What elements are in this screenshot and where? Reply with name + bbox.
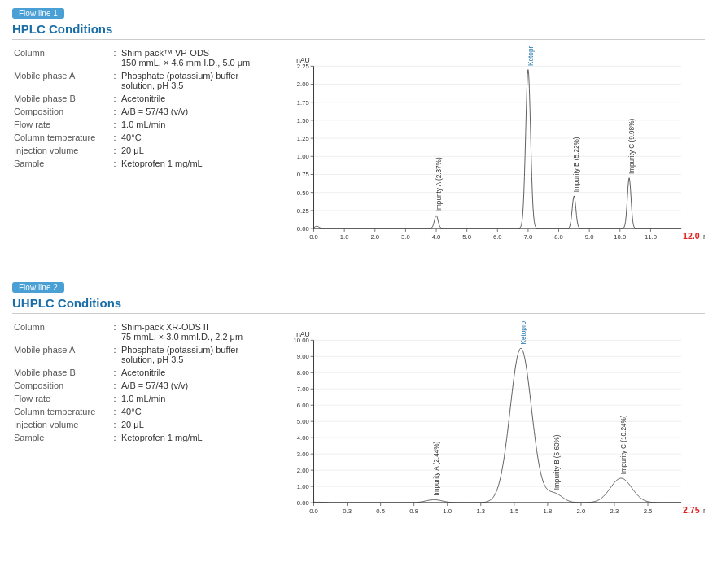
condition-colon: : [110, 379, 120, 392]
section-title-1: HPLC Conditions [12, 22, 705, 40]
condition-colon: : [110, 118, 120, 131]
peak-label: Ketoprofen (81.71%) [520, 320, 527, 345]
y-tick-label: 2.25 [297, 63, 309, 70]
condition-label: Mobile phase B [12, 92, 110, 105]
x-tick-label: 1.3 [476, 507, 485, 515]
x-unit-label: min [703, 507, 705, 515]
x-tick-label: 6.0 [493, 233, 502, 241]
y-tick-label: 8.00 [297, 369, 309, 377]
section-title-2: UHPLC Conditions [12, 296, 705, 314]
condition-label: Mobile phase B [12, 366, 110, 379]
condition-value: Shim-pack XR-ODS II75 mmL. × 3.0 mmI.D.,… [120, 320, 265, 343]
x-tick-label: 0.0 [309, 507, 318, 515]
chromatogram-path [314, 70, 682, 229]
condition-label: Mobile phase A [12, 69, 110, 92]
condition-colon: : [110, 144, 120, 157]
condition-label: Mobile phase A [12, 343, 110, 366]
chart-2: mAU0.001.002.003.004.005.006.007.008.009… [281, 320, 705, 532]
condition-label: Flow rate [12, 118, 110, 131]
condition-label: Column temperature [12, 405, 110, 418]
peak-label: Impurity A (2.37%) [435, 157, 443, 211]
x-tick-label: 1.0 [340, 233, 349, 241]
x-tick-label: 2.0 [370, 233, 379, 241]
condition-colon: : [110, 366, 120, 379]
peak-label: Impurity B (5.60%) [553, 434, 561, 490]
condition-value: 1.0 mL/min [120, 392, 265, 405]
condition-value: A/B = 57/43 (v/v) [120, 379, 265, 392]
condition-colon: : [110, 431, 120, 444]
y-tick-label: 0.50 [297, 189, 309, 197]
condition-colon: : [110, 392, 120, 405]
x-end-label: 12.0 [683, 231, 700, 241]
condition-label: Column [12, 320, 110, 343]
peak-label: Impurity A (2.44%) [433, 441, 440, 495]
condition-label: Column temperature [12, 131, 110, 144]
condition-value: 20 μL [120, 144, 265, 157]
condition-colon: : [110, 105, 120, 118]
condition-value: Ketoprofen 1 mg/mL [120, 431, 265, 444]
conditions-table-1: Column:Shim-pack™ VP-ODS150 mmL. × 4.6 m… [12, 46, 265, 258]
condition-colon: : [110, 131, 120, 144]
y-tick-label: 0.00 [297, 225, 309, 233]
x-end-label: 2.75 [683, 505, 700, 515]
condition-value: Acetonitrile [120, 92, 265, 105]
y-tick-label: 0.00 [297, 499, 309, 507]
y-tick-label: 1.50 [297, 117, 309, 124]
chart-1: mAU0.000.250.500.751.001.251.501.752.002… [281, 46, 705, 258]
condition-label: Composition [12, 105, 110, 118]
x-tick-label: 7.0 [524, 233, 533, 241]
conditions-table-2: Column:Shim-pack XR-ODS II75 mmL. × 3.0 … [12, 320, 265, 532]
y-tick-label: 1.00 [297, 483, 309, 490]
condition-colon: : [110, 320, 120, 343]
x-tick-label: 0.0 [309, 233, 318, 241]
condition-colon: : [110, 157, 120, 170]
condition-label: Injection volume [12, 418, 110, 431]
y-tick-label: 7.00 [297, 385, 309, 393]
x-tick-label: 0.3 [343, 507, 352, 515]
x-tick-label: 11.0 [645, 233, 657, 241]
condition-label: Flow rate [12, 392, 110, 405]
condition-value: A/B = 57/43 (v/v) [120, 105, 265, 118]
x-tick-label: 3.0 [401, 233, 410, 241]
condition-value: 40°C [120, 405, 265, 418]
y-tick-label: 9.00 [297, 353, 309, 360]
x-tick-label: 0.8 [409, 507, 418, 515]
condition-colon: : [110, 343, 120, 366]
condition-colon: : [110, 418, 120, 431]
y-tick-label: 2.00 [297, 467, 309, 474]
peak-label: Impurity B (5.22%) [573, 137, 580, 192]
y-tick-label: 1.00 [297, 153, 309, 160]
y-tick-label: 1.75 [297, 99, 309, 107]
flow-tag-1: Flow line 1 [12, 8, 64, 19]
condition-colon: : [110, 69, 120, 92]
y-tick-label: 5.00 [297, 418, 309, 425]
condition-value: Ketoprofen 1 mg/mL [120, 157, 265, 170]
x-tick-label: 1.8 [544, 507, 553, 515]
condition-label: Sample [12, 157, 110, 170]
flow-tag-2: Flow line 2 [12, 282, 64, 293]
y-tick-label: 2.00 [297, 81, 309, 88]
y-tick-label: 0.75 [297, 171, 309, 178]
condition-label: Injection volume [12, 144, 110, 157]
x-tick-label: 1.0 [443, 507, 452, 515]
condition-value: Phosphate (potassium) buffer solution, p… [120, 343, 265, 366]
condition-label: Composition [12, 379, 110, 392]
y-tick-label: 0.25 [297, 207, 309, 215]
x-tick-label: 2.0 [577, 507, 586, 515]
condition-label: Sample [12, 431, 110, 444]
condition-colon: : [110, 92, 120, 105]
x-tick-label: 0.5 [376, 507, 385, 515]
x-unit-label: min [703, 233, 705, 241]
y-tick-label: 6.00 [297, 402, 309, 409]
condition-value: Phosphate (potassium) buffer solution, p… [120, 69, 265, 92]
condition-value: Shim-pack™ VP-ODS150 mmL. × 4.6 mm I.D.,… [120, 46, 265, 69]
x-tick-label: 10.0 [614, 233, 626, 241]
x-tick-label: 5.0 [462, 233, 471, 241]
y-tick-label: 3.00 [297, 451, 309, 458]
content-row-2: Column:Shim-pack XR-ODS II75 mmL. × 3.0 … [12, 320, 705, 532]
condition-colon: : [110, 405, 120, 418]
flow-section-1: Flow line 1 HPLC Conditions Column:Shim-… [12, 8, 705, 258]
condition-value: 40°C [120, 131, 265, 144]
y-tick-label: 10.00 [293, 337, 308, 344]
x-tick-label: 8.0 [554, 233, 563, 241]
